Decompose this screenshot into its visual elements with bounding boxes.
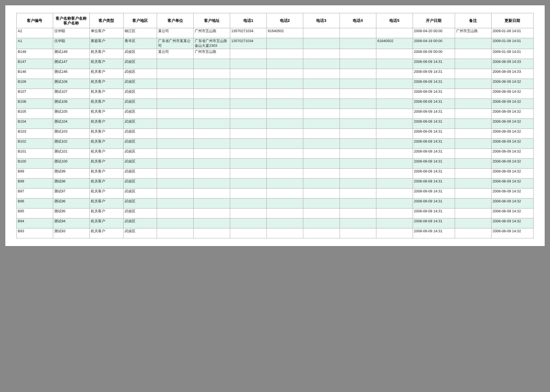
cell-tel2[interactable] xyxy=(266,118,303,128)
cell-area[interactable]: 武侯区 xyxy=(123,128,157,138)
cell-name[interactable]: 测试102 xyxy=(53,138,89,148)
cell-id[interactable]: B97 xyxy=(17,188,53,198)
cell-tel2[interactable] xyxy=(266,208,303,218)
cell-remark[interactable] xyxy=(455,79,491,89)
cell-tel2[interactable] xyxy=(266,38,303,49)
cell-tel3[interactable] xyxy=(303,59,340,69)
header-tel1[interactable]: 电话1 xyxy=(230,13,267,28)
header-remark[interactable]: 备注 xyxy=(455,13,491,28)
table-row[interactable]: B95测试95机关客户武侯区2008-08-09 14:312008-08-09… xyxy=(17,208,534,218)
cell-update[interactable]: 2008-08-09 14:32 xyxy=(491,228,533,238)
header-customer-addr[interactable]: 客户地址 xyxy=(194,13,230,28)
cell-tel4[interactable] xyxy=(340,198,376,208)
cell-open[interactable]: 2008-08-09 14:31 xyxy=(413,198,455,208)
cell-addr[interactable] xyxy=(194,109,230,118)
cell-id[interactable]: B101 xyxy=(17,148,53,158)
cell-unit[interactable]: 某公司 xyxy=(157,28,194,38)
cell-addr[interactable] xyxy=(194,99,230,109)
cell-tel3[interactable] xyxy=(303,128,340,138)
cell-open[interactable]: 2008-08-09 14:31 xyxy=(413,79,455,89)
cell-tel5[interactable] xyxy=(376,79,413,89)
header-tel2[interactable]: 电话2 xyxy=(266,13,303,28)
cell-id[interactable]: B106 xyxy=(17,99,53,109)
cell-type[interactable]: 机关客户 xyxy=(89,218,123,228)
cell-addr[interactable]: 广东省广州市五山路金山大厦2303 xyxy=(194,38,230,49)
cell-type[interactable]: 机关客户 xyxy=(89,59,123,69)
cell-area[interactable]: 武侯区 xyxy=(123,59,157,69)
cell-unit[interactable] xyxy=(157,109,194,118)
cell-type[interactable]: 机关客户 xyxy=(89,168,123,178)
cell-tel2[interactable] xyxy=(266,148,303,158)
cell-tel5[interactable] xyxy=(376,188,413,198)
cell-id[interactable]: B99 xyxy=(17,168,53,178)
cell-name[interactable]: 测试105 xyxy=(53,109,89,118)
cell-area[interactable]: 武侯区 xyxy=(123,168,157,178)
cell-update[interactable]: 2008-08-09 14:32 xyxy=(491,188,533,198)
cell-remark[interactable]: 广州市五山路 xyxy=(455,28,491,38)
cell-unit[interactable] xyxy=(157,218,194,228)
cell-tel4[interactable] xyxy=(340,218,376,228)
cell-id[interactable]: B102 xyxy=(17,138,53,148)
cell-addr[interactable] xyxy=(194,168,230,178)
cell-update[interactable]: 2009-01-08 14:01 xyxy=(491,49,533,59)
cell-tel1[interactable] xyxy=(230,89,267,99)
cell-open[interactable]: 2008-08-09 14:31 xyxy=(413,218,455,228)
cell-tel4[interactable] xyxy=(340,28,376,38)
cell-remark[interactable] xyxy=(455,49,491,59)
cell-remark[interactable] xyxy=(455,158,491,168)
cell-tel4[interactable] xyxy=(340,69,376,79)
cell-open[interactable]: 2008-08-09 14:31 xyxy=(413,118,455,128)
cell-area[interactable]: 武侯区 xyxy=(123,89,157,99)
cell-id[interactable]: B94 xyxy=(17,218,53,228)
cell-name[interactable]: 测试108 xyxy=(53,79,89,89)
cell-area[interactable]: 武侯区 xyxy=(123,198,157,208)
cell-type[interactable]: 机关客户 xyxy=(89,178,123,188)
cell-tel2[interactable] xyxy=(266,49,303,59)
cell-tel4[interactable] xyxy=(340,99,376,109)
cell-remark[interactable] xyxy=(455,188,491,198)
cell-name[interactable]: 测试94 xyxy=(53,218,89,228)
cell-open[interactable]: 2008-04-20 00:00 xyxy=(413,28,455,38)
cell-tel2[interactable] xyxy=(266,178,303,188)
cell-update[interactable]: 2008-08-09 14:32 xyxy=(491,178,533,188)
cell-addr[interactable] xyxy=(194,69,230,79)
cell-open[interactable]: 2008-08-09 14:31 xyxy=(413,158,455,168)
cell-open[interactable]: 2008-08-09 00:00 xyxy=(413,49,455,59)
cell-tel5[interactable] xyxy=(376,218,413,228)
cell-open[interactable]: 2008-08-09 14:31 xyxy=(413,178,455,188)
cell-tel1[interactable] xyxy=(230,99,267,109)
cell-tel4[interactable] xyxy=(340,168,376,178)
cell-tel5[interactable] xyxy=(376,228,413,238)
cell-tel2[interactable] xyxy=(266,109,303,118)
cell-tel1[interactable] xyxy=(230,148,267,158)
header-tel4[interactable]: 电话4 xyxy=(340,13,376,28)
cell-tel2[interactable] xyxy=(266,188,303,198)
cell-name[interactable]: 测试147 xyxy=(53,59,89,69)
header-customer-area[interactable]: 客户地区 xyxy=(123,13,157,28)
cell-tel5[interactable] xyxy=(376,28,413,38)
cell-update[interactable]: 2008-08-09 14:32 xyxy=(491,138,533,148)
cell-id[interactable]: A2 xyxy=(17,28,53,38)
cell-remark[interactable] xyxy=(455,218,491,228)
cell-type[interactable]: 机关客户 xyxy=(89,158,123,168)
cell-name[interactable]: 测试99 xyxy=(53,168,89,178)
cell-tel5[interactable] xyxy=(376,109,413,118)
table-row[interactable]: B96测试96机关客户武侯区2008-08-09 14:312008-08-09… xyxy=(17,198,534,208)
cell-unit[interactable] xyxy=(157,168,194,178)
cell-area[interactable]: 武侯区 xyxy=(123,99,157,109)
cell-open[interactable]: 2008-08-09 14:31 xyxy=(413,168,455,178)
cell-addr[interactable] xyxy=(194,208,230,218)
cell-type[interactable]: 机关客户 xyxy=(89,228,123,238)
cell-remark[interactable] xyxy=(455,168,491,178)
cell-tel5[interactable] xyxy=(376,99,413,109)
cell-addr[interactable] xyxy=(194,128,230,138)
cell-addr[interactable] xyxy=(194,79,230,89)
cell-id[interactable]: B93 xyxy=(17,228,53,238)
cell-tel3[interactable] xyxy=(303,138,340,148)
cell-id[interactable]: B100 xyxy=(17,158,53,168)
cell-tel3[interactable] xyxy=(303,178,340,188)
cell-remark[interactable] xyxy=(455,69,491,79)
cell-tel1[interactable] xyxy=(230,218,267,228)
table-row[interactable]: B104测试104机关客户武侯区2008-08-09 14:312008-08-… xyxy=(17,118,534,128)
cell-update[interactable]: 2009-01-08 14:01 xyxy=(491,28,533,38)
